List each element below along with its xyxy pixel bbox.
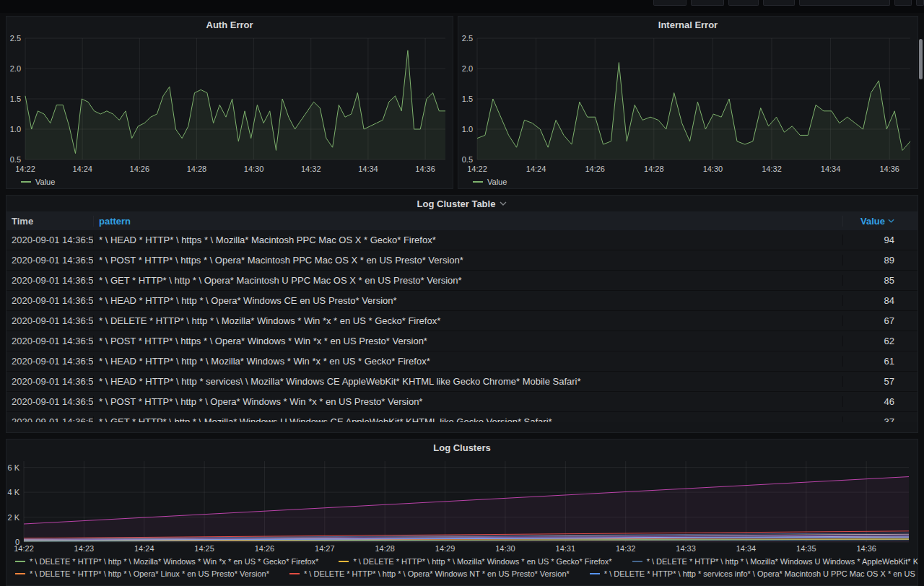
legend-item[interactable]: * \ DELETE * HTTP* \ http * \ Mozilla* W… xyxy=(632,557,918,566)
auth-error-chart[interactable]: 0.51.01.52.02.514:2214:2414:2614:2814:30… xyxy=(6,32,453,175)
cell-pattern: * \ HEAD * HTTP* \ http * \ Opera* Windo… xyxy=(93,295,842,306)
panel-title-log-cluster-table[interactable]: Log Cluster Table xyxy=(6,196,918,211)
cell-time: 2020-09-01 14:36:53 xyxy=(6,396,93,407)
svg-text:2.0: 2.0 xyxy=(462,64,473,73)
table-row[interactable]: 2020-09-01 14:36:53* \ HEAD * HTTP* \ ht… xyxy=(6,372,918,392)
legend-series-swatch-icon xyxy=(473,181,483,183)
legend-series-swatch-icon xyxy=(289,573,300,574)
svg-text:1.5: 1.5 xyxy=(10,95,21,103)
cell-value: 62 xyxy=(842,336,918,346)
toolbar-button-partial[interactable] xyxy=(894,0,912,6)
svg-text:14:33: 14:33 xyxy=(676,544,696,553)
cell-pattern: * \ HEAD * HTTP* \ https * \ Mozilla* Ma… xyxy=(93,235,842,245)
cell-pattern: * \ DELETE * HTTP* \ http * \ Mozilla* W… xyxy=(93,315,842,326)
legend-series-label: Value xyxy=(35,178,55,186)
legend-series-label: Value xyxy=(487,178,507,186)
scrollbar-thumb[interactable] xyxy=(919,39,923,79)
table-row[interactable]: 2020-09-01 14:36:53* \ POST * HTTP* \ ht… xyxy=(6,392,918,412)
internal-error-legend: Value xyxy=(458,175,918,188)
svg-text:14:32: 14:32 xyxy=(762,165,782,173)
column-header-pattern[interactable]: pattern xyxy=(93,216,842,227)
legend-item[interactable]: * \ DELETE * HTTP* \ http * services inf… xyxy=(590,569,918,578)
panel-title-log-clusters[interactable]: Log Clusters xyxy=(6,439,918,455)
cell-pattern: * \ HEAD * HTTP* \ http * \ Mozilla* Win… xyxy=(93,356,842,367)
table-body: 2020-09-01 14:36:53* \ HEAD * HTTP* \ ht… xyxy=(6,230,918,422)
table-row[interactable]: 2020-09-01 14:36:53* \ HEAD * HTTP* \ ht… xyxy=(6,291,918,311)
svg-text:14:26: 14:26 xyxy=(585,165,605,173)
legend-item[interactable]: Value xyxy=(21,178,55,186)
svg-text:14:22: 14:22 xyxy=(14,544,34,553)
legend-item[interactable]: * \ DELETE * HTTP* \ http * \ Mozilla* W… xyxy=(339,557,611,566)
svg-text:14:34: 14:34 xyxy=(358,165,378,173)
table-row[interactable]: 2020-09-01 14:36:53* \ POST * HTTP* \ ht… xyxy=(6,250,918,271)
svg-text:1.0: 1.0 xyxy=(10,125,21,134)
cell-value: 94 xyxy=(842,235,918,245)
legend-series-swatch-icon xyxy=(21,181,31,183)
table-row[interactable]: 2020-09-01 14:36:53* \ HEAD * HTTP* \ ht… xyxy=(6,351,918,372)
panel-title-auth-error[interactable]: Auth Error xyxy=(6,17,453,32)
panel-title-internal-error[interactable]: Internal Error xyxy=(458,17,918,32)
toolbar-button-partial[interactable] xyxy=(653,0,687,6)
svg-text:14:26: 14:26 xyxy=(255,544,275,553)
cell-time: 2020-09-01 14:36:53 xyxy=(6,235,93,245)
panel-log-clusters: Log Clusters 02 K4 K6 K14:2214:2314:2414… xyxy=(6,439,918,586)
legend-item[interactable]: * \ DELETE * HTTP* \ http * \ Opera* Win… xyxy=(289,569,570,578)
svg-text:14:28: 14:28 xyxy=(644,165,664,173)
table-header-row: Time pattern Value xyxy=(6,211,918,230)
toolbar-button-partial[interactable] xyxy=(728,0,759,6)
legend-series-swatch-icon xyxy=(339,561,349,562)
legend-item[interactable]: Value xyxy=(473,178,507,186)
svg-text:14:27: 14:27 xyxy=(315,544,335,553)
svg-text:14:36: 14:36 xyxy=(879,165,899,173)
toolbar-button-partial[interactable] xyxy=(691,0,724,6)
panel-auth-error: Auth Error 0.51.01.52.02.514:2214:2414:2… xyxy=(6,16,453,189)
legend-series-label: * \ DELETE * HTTP* \ http * \ Opera* Lin… xyxy=(30,569,269,578)
cell-value: 89 xyxy=(842,255,918,266)
svg-text:14:30: 14:30 xyxy=(703,165,723,173)
top-toolbar xyxy=(0,0,924,13)
table-row[interactable]: 2020-09-01 14:36:53* \ POST * HTTP* \ ht… xyxy=(6,331,918,351)
svg-text:14:22: 14:22 xyxy=(467,165,487,173)
log-clusters-legend: * \ DELETE * HTTP* \ http * \ Mozilla* W… xyxy=(6,555,918,580)
svg-text:14:24: 14:24 xyxy=(134,544,154,553)
svg-text:1.5: 1.5 xyxy=(462,95,473,103)
legend-series-swatch-icon xyxy=(590,573,600,574)
toolbar-button-partial[interactable] xyxy=(763,0,795,6)
table-row[interactable]: 2020-09-01 14:36:53* \ HEAD * HTTP* \ ht… xyxy=(6,230,918,250)
svg-text:14:30: 14:30 xyxy=(244,165,264,173)
legend-series-label: * \ DELETE * HTTP* \ http * \ Mozilla* W… xyxy=(647,557,918,566)
panel-internal-error: Internal Error 0.51.01.52.02.514:2214:24… xyxy=(458,16,918,189)
dashboard: Auth Error 0.51.01.52.02.514:2214:2414:2… xyxy=(6,16,918,586)
toolbar-button-partial[interactable] xyxy=(799,0,890,6)
legend-series-label: * \ DELETE * HTTP* \ http * \ Mozilla* W… xyxy=(30,557,318,566)
panel-title-text: Log Cluster Table xyxy=(417,198,496,209)
cell-pattern: * \ POST * HTTP* \ https * \ Opera* Wind… xyxy=(93,336,842,346)
svg-text:14:36: 14:36 xyxy=(415,165,435,173)
sort-descending-icon xyxy=(888,219,894,223)
svg-text:2.5: 2.5 xyxy=(462,34,473,43)
cell-pattern: * \ POST * HTTP* \ https * \ Opera* Maci… xyxy=(93,255,842,266)
svg-text:6 K: 6 K xyxy=(7,463,19,472)
legend-item[interactable]: * \ DELETE * HTTP* \ http * \ Mozilla* W… xyxy=(15,557,318,566)
cell-time: 2020-09-01 14:36:53 xyxy=(6,275,93,286)
cell-value: 84 xyxy=(842,295,918,306)
svg-text:14:31: 14:31 xyxy=(556,544,576,553)
column-header-value[interactable]: Value xyxy=(842,216,918,227)
svg-text:14:36: 14:36 xyxy=(856,544,876,553)
svg-text:14:32: 14:32 xyxy=(301,165,321,173)
toolbar-button-partial[interactable] xyxy=(916,0,924,6)
legend-item[interactable]: * \ DELETE * HTTP* \ http * \ Opera* Lin… xyxy=(15,569,269,578)
svg-text:14:28: 14:28 xyxy=(187,165,207,173)
table-row[interactable]: 2020-09-01 14:36:53* \ DELETE * HTTP* \ … xyxy=(6,311,918,331)
svg-text:14:29: 14:29 xyxy=(435,544,456,553)
svg-text:14:30: 14:30 xyxy=(495,544,515,553)
column-header-value-label: Value xyxy=(860,216,885,227)
log-clusters-chart[interactable]: 02 K4 K6 K14:2214:2314:2414:2514:2614:27… xyxy=(6,455,918,555)
column-header-time[interactable]: Time xyxy=(6,216,93,227)
internal-error-chart[interactable]: 0.51.01.52.02.514:2214:2414:2614:2814:30… xyxy=(458,32,918,175)
svg-text:0.5: 0.5 xyxy=(10,155,21,164)
table-row[interactable]: 2020-09-01 14:36:53* \ GET * HTTP* \ htt… xyxy=(6,271,918,291)
cell-value: 57 xyxy=(842,376,918,387)
cell-pattern: * \ POST * HTTP* \ http * \ Opera* Windo… xyxy=(93,396,842,407)
table-row[interactable]: 2020-09-01 14:36:53* \ GET * HTTP* \ htt… xyxy=(6,412,918,422)
